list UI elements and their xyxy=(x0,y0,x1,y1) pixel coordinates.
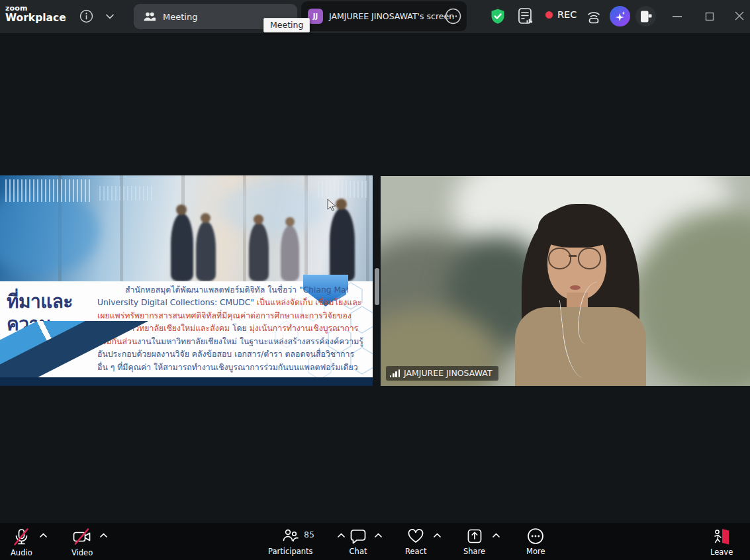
share-screen-icon xyxy=(465,528,484,545)
participants-button[interactable]: Participants 85 xyxy=(268,523,330,556)
mouse-cursor xyxy=(327,199,336,212)
react-label: React xyxy=(405,547,426,556)
ai-sparkle-icon xyxy=(613,9,628,24)
chevron-up-icon xyxy=(492,532,500,538)
recording-indicator[interactable]: REC xyxy=(545,9,577,20)
share-options-button[interactable] xyxy=(492,523,500,538)
audio-options-button[interactable] xyxy=(39,523,48,538)
title-bar: zoom Workplace Meeting JJ JAMJUREE JINOS… xyxy=(0,0,750,33)
share-label: Share xyxy=(463,547,485,556)
chevron-up-icon xyxy=(374,532,383,538)
glasses-icon xyxy=(548,248,571,269)
chat-button[interactable]: Chat xyxy=(349,523,367,556)
more-ellipsis-icon xyxy=(526,528,545,545)
camera-off-icon xyxy=(71,528,93,546)
security-button[interactable] xyxy=(490,8,506,24)
maximize-button[interactable] xyxy=(704,11,716,23)
chevron-up-icon xyxy=(39,532,48,538)
leave-button[interactable]: Leave xyxy=(710,523,733,557)
ellipsis-icon xyxy=(445,8,461,24)
more-button[interactable]: More xyxy=(526,523,545,556)
panel-resize-handle[interactable] xyxy=(375,268,379,305)
tab-shared-screen-label: JAMJUREE JINOSAWAT's screen xyxy=(329,11,454,21)
audio-level-icon xyxy=(390,369,400,377)
meeting-controls-toolbar: Audio Video xyxy=(0,523,750,560)
chat-options-button[interactable] xyxy=(374,523,383,538)
react-options-button[interactable] xyxy=(433,523,442,538)
shared-screen-panel: ที่มาและ ความสำคัญ สำนักหอสมุดได้พัฒนาแพ… xyxy=(0,175,373,386)
ai-companion-button[interactable] xyxy=(610,6,630,26)
leave-door-icon xyxy=(712,528,731,545)
meeting-stage: ที่มาและ ความสำคัญ สำนักหอสมุดได้พัฒนาแพ… xyxy=(0,33,750,523)
participants-count: 85 xyxy=(304,530,314,539)
slide-footer-bar xyxy=(0,377,373,386)
close-button[interactable] xyxy=(733,10,745,22)
tab-shared-screen[interactable]: JJ JAMJUREE JINOSAWAT's screen xyxy=(301,1,467,31)
meeting-info-button[interactable] xyxy=(79,9,93,23)
logo-line1: zoom xyxy=(5,5,66,12)
connect-to-room-button[interactable] xyxy=(585,9,602,24)
meeting-tooltip: Meeting xyxy=(263,18,310,32)
captions-button[interactable] xyxy=(517,7,534,25)
video-button[interactable]: Video xyxy=(71,523,93,557)
chat-label: Chat xyxy=(350,547,367,556)
tab-options-button[interactable] xyxy=(445,8,461,24)
people-icon xyxy=(143,11,156,23)
close-icon xyxy=(734,11,745,21)
maximize-icon xyxy=(704,11,715,22)
tab-meeting-label: Meeting xyxy=(163,12,197,22)
minimize-icon xyxy=(672,11,682,22)
recording-label: REC xyxy=(557,9,577,20)
info-icon xyxy=(79,9,93,23)
side-panel-button[interactable] xyxy=(635,6,656,26)
participants-label: Participants xyxy=(268,547,313,556)
logo-line2: Workplace xyxy=(5,13,66,24)
participant-video-panel: JAMJUREE JINOSAWAT xyxy=(381,176,750,386)
shield-check-icon xyxy=(490,8,506,24)
more-label: More xyxy=(526,547,545,556)
heart-icon xyxy=(406,528,425,545)
audio-label: Audio xyxy=(11,548,32,557)
participant-name: JAMJUREE JINOSAWAT xyxy=(404,368,492,378)
chevron-up-icon xyxy=(337,532,346,538)
minimize-button[interactable] xyxy=(671,11,683,23)
leave-label: Leave xyxy=(710,547,733,557)
participant-person xyxy=(381,176,750,386)
transcript-audio-icon xyxy=(517,7,534,25)
window-dropdown-button[interactable] xyxy=(105,13,115,21)
avatar: JJ xyxy=(308,9,323,24)
video-options-button[interactable] xyxy=(99,523,108,538)
mic-muted-icon xyxy=(11,528,31,546)
react-button[interactable]: React xyxy=(405,523,426,556)
chevron-up-icon xyxy=(99,532,108,538)
slide-corner-stripes xyxy=(0,321,179,386)
zoom-workplace-logo: zoom Workplace xyxy=(5,5,66,24)
chat-bubble-icon xyxy=(349,528,367,545)
share-button[interactable]: Share xyxy=(463,523,485,556)
participant-name-tag: JAMJUREE JINOSAWAT xyxy=(386,366,498,381)
participants-options-button[interactable] xyxy=(337,523,346,538)
recording-dot-icon xyxy=(545,11,553,19)
chevron-up-icon xyxy=(433,532,442,538)
participants-icon xyxy=(281,528,300,545)
slide-header-photo xyxy=(0,175,373,281)
chevron-down-icon xyxy=(105,13,115,20)
video-label: Video xyxy=(71,548,93,557)
audio-button[interactable]: Audio xyxy=(11,523,32,557)
broadcast-icon xyxy=(585,9,602,24)
slide-content: ที่มาและ ความสำคัญ สำนักหอสมุดได้พัฒนาแพ… xyxy=(0,281,373,377)
side-panel-icon xyxy=(639,9,653,24)
